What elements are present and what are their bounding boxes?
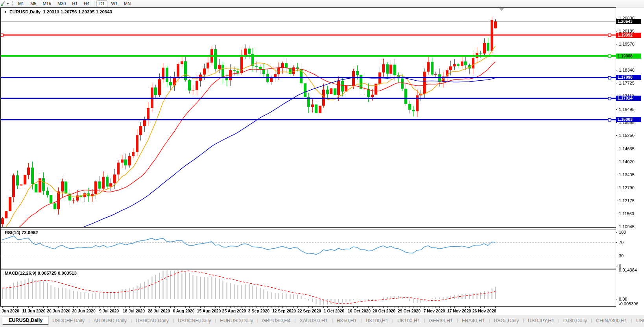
price-axis-tick-label: 1.17725 [619, 81, 635, 85]
rsi-pane-top-border [0, 229, 616, 229]
price-axis-tick [616, 135, 617, 136]
tab-usoil-daily[interactable]: USOil,Daily [490, 316, 523, 325]
price-axis-tick [616, 162, 617, 162]
macd-axis-tick [616, 270, 617, 270]
toolbar-separator [94, 1, 94, 6]
price-badge-level: 1.16003 [616, 117, 641, 122]
chart-shift-marker-icon[interactable] [499, 8, 504, 11]
rsi-axis-label: 100 [619, 230, 626, 235]
tab-usdcad-daily[interactable]: USDCAD,Daily [132, 316, 173, 325]
price-axis-tick-label: 1.15250 [619, 133, 635, 138]
toolbar: ▼ M1M5M15M30H1H4D1W1MN [0, 0, 644, 7]
price-axis-tick [616, 70, 617, 70]
price-axis-tick [616, 188, 617, 188]
price-axis-tick [616, 149, 617, 149]
price-axis-tick [616, 201, 617, 201]
price-axis-tick [616, 227, 617, 227]
rsi-label: RSI(14) 73.0982 [5, 230, 38, 235]
price-axis-tick-label: 1.11560 [619, 211, 634, 216]
date-axis-label: 12 Sep 2020 [272, 309, 296, 313]
tab-hk50-h1[interactable]: HK50,H1 [333, 316, 361, 325]
price-axis-tick-label: 1.10945 [619, 224, 635, 229]
tab-ger30-h1[interactable]: GER30,H1 [425, 316, 456, 325]
rsi-axis-tick [616, 232, 617, 233]
price-axis-tick [616, 109, 617, 110]
macd-label: MACD(12,26,9) 0.005725 0.003513 [5, 271, 77, 275]
tab-xauusd-h1[interactable]: XAUUSD,H1 [295, 316, 332, 325]
rsi-axis-label: 70 [619, 240, 624, 245]
price-axis-tick [616, 175, 617, 175]
date-axis-label: 22 Sep 2020 [297, 309, 321, 313]
chart-left-border [0, 7, 1, 306]
tab-usdcnh-daily[interactable]: USDCNH,Daily [174, 316, 215, 325]
price-axis-tick [616, 18, 617, 18]
timeframe-button-h4[interactable]: H4 [81, 0, 92, 7]
date-axis-label: 2 Jun 2020 [0, 309, 19, 313]
chart-ohlc: 1.20313 1.20756 1.20305 1.20643 [43, 9, 112, 14]
title-collapse-icon[interactable]: ▼ [4, 10, 7, 14]
price-badge-level: 1.17998 [616, 75, 641, 80]
timeframe-button-m1[interactable]: M1 [15, 0, 27, 7]
rsi-axis-tick [616, 242, 617, 243]
date-axis-label: 26 Nov 2020 [472, 309, 496, 313]
tab-fra40-h1[interactable]: FRA40,H1 [458, 316, 489, 325]
timeframe-button-h1[interactable]: H1 [69, 0, 80, 7]
timeframe-button-d1[interactable]: D1 [96, 0, 107, 7]
date-axis-label: 7 Nov 2020 [424, 309, 445, 313]
rsi-axis-label: 30 [619, 253, 624, 258]
tab-eurusd-daily[interactable]: EURUSD,Daily [3, 316, 48, 325]
chart-top-border [0, 7, 616, 8]
timeframe-button-m30[interactable]: M30 [55, 0, 68, 7]
chart-symbol: EURUSD,Daily [9, 9, 41, 14]
tab-gbpusd-h4[interactable]: GBPUSD,H4 [258, 316, 294, 325]
price-axis-tick [616, 31, 617, 31]
tab-eurusd-daily[interactable]: EURUSD,Daily [216, 316, 257, 325]
rsi-pane-bottom-border [0, 268, 616, 268]
date-axis-label: 1 Oct 2020 [324, 309, 345, 313]
rsi-axis-tick [616, 256, 617, 256]
cursor-line-tool-icon[interactable] [0, 1, 6, 6]
tool-dropdown-icon[interactable]: ▼ [6, 2, 9, 6]
timeframe-button-mn[interactable]: MN [121, 0, 133, 7]
tab-usoil-h1[interactable]: USOil,H1 [632, 316, 644, 325]
timeframe-button-w1[interactable]: W1 [108, 0, 120, 7]
date-axis-label: 17 Nov 2020 [447, 309, 471, 313]
tab-usdjpy-h1[interactable]: USDJPY,H1 [524, 316, 558, 325]
price-badge-level: 1.17014 [616, 96, 641, 101]
date-axis-label: 30 Jun 2020 [72, 309, 96, 313]
date-axis-label: 25 Aug 2020 [222, 309, 246, 313]
date-axis-label: 10 Oct 2020 [348, 309, 371, 313]
tab-usdchf-daily[interactable]: USDCHF,Daily [48, 316, 89, 325]
price-axis-tick-label: 1.14020 [619, 159, 635, 164]
macd-pane-top-border [0, 270, 616, 270]
date-axis-label: 15 Aug 2020 [197, 309, 221, 313]
tab-uk100-h1[interactable]: UK100,H1 [362, 316, 392, 325]
macd-value: 0.005725 [38, 271, 57, 275]
macd-axis-label: -0.005396 [619, 301, 638, 306]
date-axis-label: 3 Sep 2020 [248, 309, 269, 313]
macd-axis-tick [616, 299, 617, 299]
mt4-window: { "toolbar": { "tool_icon": "cursor-line… [0, 0, 644, 327]
rsi-axis-tick [616, 266, 617, 266]
price-axis-tick [616, 214, 617, 214]
price-axis-tick-label: 1.13405 [619, 172, 635, 177]
date-axis-label: 20 Jun 2020 [47, 309, 70, 313]
toolbar-grip[interactable] [12, 1, 13, 6]
price-badge-level: 1.19992 [616, 33, 641, 38]
timeframe-button-m5[interactable]: M5 [28, 0, 39, 7]
price-axis-tick [616, 122, 617, 123]
macd-signal-value: 0.003513 [58, 271, 77, 275]
macd-axis-label: 0.00 [619, 297, 627, 301]
tab-audusd-daily[interactable]: AUDUSD,Daily [90, 316, 131, 325]
macd-pane-bottom-border [0, 306, 616, 307]
price-chart-canvas[interactable] [0, 0, 644, 327]
date-axis-label: 18 Jul 2020 [123, 309, 145, 313]
tab-china300-h1[interactable]: CHINA300,H1 [592, 316, 631, 325]
chart-title: ▼ EURUSD,Daily 1.20313 1.20756 1.20305 1… [4, 9, 112, 14]
price-axis-tick-label: 1.12790 [619, 185, 635, 190]
date-axis-label: 9 Jul 2020 [99, 309, 119, 313]
price-axis-separator [616, 7, 616, 306]
timeframe-button-m15[interactable]: M15 [40, 0, 54, 7]
tab-dj30-daily[interactable]: DJ30,Daily [559, 316, 591, 325]
tab-uk100-h1[interactable]: UK100,H1 [393, 316, 424, 325]
